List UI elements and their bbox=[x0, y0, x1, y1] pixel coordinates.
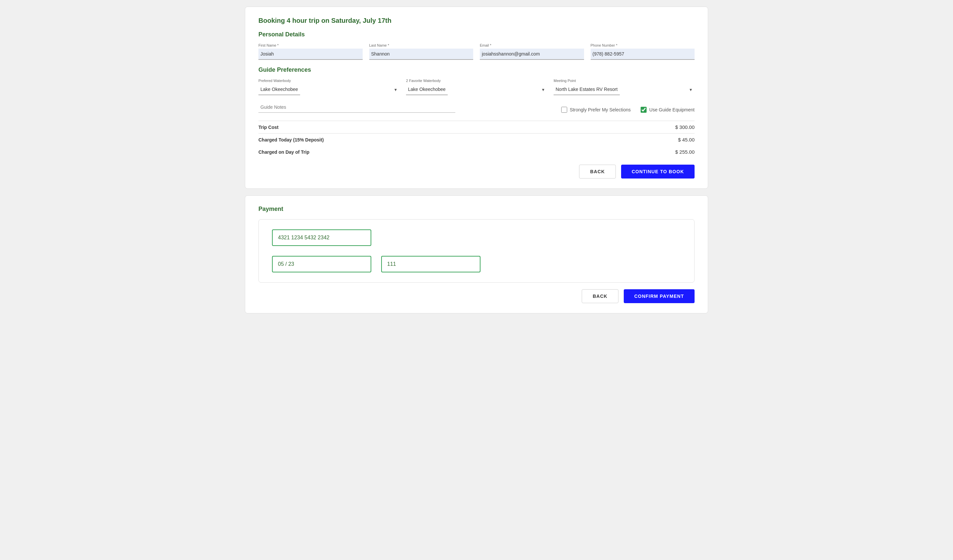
payment-title: Payment bbox=[258, 206, 695, 213]
preferred-waterbody-select[interactable]: Lake Okeechobee Lake Kissimmee Lake Geor… bbox=[258, 84, 300, 95]
preferred-waterbody-label: Prefered Waterbody bbox=[258, 79, 399, 83]
personal-details-row: First Name * Last Name * Email * Phone N… bbox=[258, 43, 695, 60]
guide-notes-input[interactable] bbox=[258, 102, 455, 113]
payment-button-row: BACK CONFIRM PAYMENT bbox=[258, 289, 695, 303]
email-input[interactable] bbox=[480, 49, 584, 60]
payment-back-button[interactable]: BACK bbox=[582, 289, 618, 303]
charged-on-day-value: $ 255.00 bbox=[675, 149, 695, 155]
back-button[interactable]: BACK bbox=[579, 165, 616, 178]
payment-inner bbox=[258, 219, 695, 283]
booking-button-row: BACK CONTINUE TO BOOK bbox=[258, 165, 695, 178]
charged-today-value: $ 45.00 bbox=[678, 137, 695, 142]
payment-row bbox=[272, 256, 681, 272]
card-number-input[interactable] bbox=[272, 229, 371, 246]
strongly-prefer-checkbox[interactable] bbox=[561, 107, 567, 113]
charged-on-day-label: Charged on Day of Trip bbox=[258, 149, 309, 155]
expiry-input[interactable] bbox=[272, 256, 371, 272]
cvv-input[interactable] bbox=[381, 256, 480, 272]
last-name-field: Last Name * bbox=[369, 43, 473, 60]
second-waterbody-select[interactable]: Lake Okeechobee Lake Kissimmee Lake Geor… bbox=[406, 84, 448, 95]
continue-to-book-button[interactable]: CONTINUE TO BOOK bbox=[621, 165, 695, 178]
use-guide-equipment-checkbox[interactable] bbox=[641, 107, 647, 113]
charged-on-day-row: Charged on Day of Trip $ 255.00 bbox=[258, 146, 695, 158]
preferred-waterbody-field: Prefered Waterbody Lake Okeechobee Lake … bbox=[258, 79, 399, 95]
confirm-payment-button[interactable]: CONFIRM PAYMENT bbox=[624, 289, 695, 303]
second-waterbody-field: 2 Favorite Waterbody Lake Okeechobee Lak… bbox=[406, 79, 547, 95]
first-name-input[interactable] bbox=[258, 49, 363, 60]
email-label: Email * bbox=[480, 43, 584, 47]
strongly-prefer-checkbox-item: Strongly Prefer My Selections bbox=[561, 107, 631, 113]
trip-cost-row: Trip Cost $ 300.00 bbox=[258, 121, 695, 133]
meeting-point-label: Meeting Point bbox=[554, 79, 695, 83]
phone-input[interactable] bbox=[591, 49, 695, 60]
personal-details-title: Personal Details bbox=[258, 31, 695, 38]
meeting-point-field: Meeting Point North Lake Estates RV Reso… bbox=[554, 79, 695, 95]
strongly-prefer-label: Strongly Prefer My Selections bbox=[570, 107, 631, 112]
last-name-label: Last Name * bbox=[369, 43, 473, 47]
phone-label: Phone Number * bbox=[591, 43, 695, 47]
use-guide-equipment-label: Use Guide Equipment bbox=[649, 107, 695, 112]
meeting-point-select[interactable]: North Lake Estates RV Resort Other Locat… bbox=[554, 84, 620, 95]
notes-and-checkboxes-row: Strongly Prefer My Selections Use Guide … bbox=[258, 102, 695, 118]
guide-preferences-title: Guide Preferences bbox=[258, 67, 695, 73]
checkboxes-row: Strongly Prefer My Selections Use Guide … bbox=[561, 107, 695, 113]
charged-today-row: Charged Today (15% Deposit) $ 45.00 bbox=[258, 133, 695, 146]
charged-today-label: Charged Today (15% Deposit) bbox=[258, 137, 324, 142]
first-name-label: First Name * bbox=[258, 43, 363, 47]
second-waterbody-label: 2 Favorite Waterbody bbox=[406, 79, 547, 83]
email-field: Email * bbox=[480, 43, 584, 60]
last-name-input[interactable] bbox=[369, 49, 473, 60]
booking-title: Booking 4 hour trip on Saturday, July 17… bbox=[258, 17, 695, 25]
use-guide-equipment-checkbox-item: Use Guide Equipment bbox=[641, 107, 695, 113]
trip-cost-value: $ 300.00 bbox=[675, 124, 695, 130]
phone-field: Phone Number * bbox=[591, 43, 695, 60]
payment-card: Payment BACK CONFIRM PAYMENT bbox=[245, 195, 708, 313]
trip-cost-label: Trip Cost bbox=[258, 125, 279, 130]
guide-pref-row: Prefered Waterbody Lake Okeechobee Lake … bbox=[258, 79, 695, 95]
first-name-field: First Name * bbox=[258, 43, 363, 60]
